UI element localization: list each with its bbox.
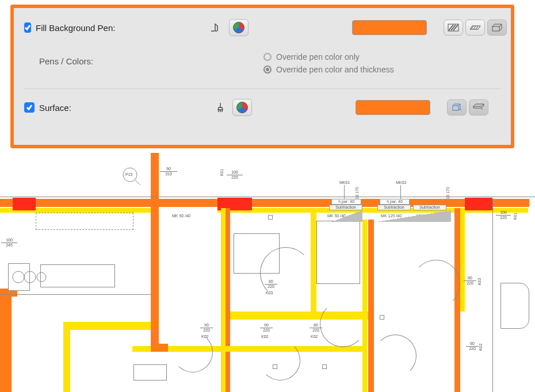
callout-label: P15 (125, 172, 132, 177)
door-id: K01 (513, 213, 518, 220)
color-wheel-icon (233, 22, 244, 33)
radio-icon (263, 53, 272, 61)
hatch-icon (448, 24, 459, 32)
window-label: MK 50 /40 (167, 214, 196, 218)
fill-background-pen-label: Fill Background Pen: (36, 23, 208, 33)
pens-colors-row: Pens / Colors: Override pen color only O… (24, 46, 500, 80)
override-color-only-label: Override pen color only (276, 52, 360, 62)
door-id: K03 (266, 291, 273, 295)
callout-icon (122, 167, 145, 190)
box-brush-icon (451, 103, 463, 112)
surface-top-icon (472, 103, 485, 112)
svg-point-2 (24, 271, 36, 283)
door-tag: 90220 (200, 323, 213, 332)
subtraction-label: Subtraction (413, 205, 446, 210)
door-tag: 90220 (260, 323, 273, 332)
hatch-3d-button[interactable] (465, 20, 485, 36)
door-tag: 80220 (309, 323, 322, 332)
hatch-3d-icon (469, 24, 482, 32)
window-marker: MK02 (396, 180, 406, 185)
surface-color-wheel-button[interactable] (232, 99, 252, 116)
door-tag: 100220 (496, 210, 511, 220)
surface-checkbox[interactable] (24, 102, 35, 113)
color-wheel-icon (236, 102, 248, 113)
hpar-label: h par: 40 (331, 199, 361, 205)
fill-background-pen-row: Fill Background Pen: (24, 15, 500, 40)
surface-row: Surface: (24, 95, 500, 120)
hatch-box-button[interactable] (487, 20, 507, 36)
door-tag: 80220 (466, 341, 479, 351)
override-color-thickness-label: Override pen color and thickness (276, 65, 394, 74)
override-settings-panel: Fill Background Pen: (10, 5, 514, 148)
hatch-diagonal-button[interactable] (444, 20, 463, 36)
door-id: K02 (261, 335, 268, 339)
surface-apply-box-button[interactable] (447, 99, 467, 116)
door-tag: 100220 (227, 170, 243, 179)
radio-checked-icon (263, 66, 272, 74)
door-id: K02 (201, 335, 208, 339)
window-marker: MK01 (339, 180, 350, 185)
override-color-only-option[interactable]: Override pen color only (263, 51, 394, 63)
surface-apply-top-button[interactable] (469, 99, 488, 116)
surface-label: Surface: (39, 103, 212, 113)
svg-point-3 (37, 272, 46, 282)
opening-dim: 100 245 (1, 238, 17, 247)
gap-dim: 19 170 (355, 187, 360, 199)
door-id: K03 (477, 278, 482, 285)
fill-background-pen-checkbox[interactable] (24, 22, 31, 33)
fill-bg-pen-color-swatch[interactable] (352, 20, 427, 35)
door-tag: 80220 (464, 276, 476, 285)
opening-dim: 90 310 (160, 167, 177, 176)
override-color-thickness-option[interactable]: Override pen color and thickness (263, 63, 394, 76)
fixture-icon (10, 266, 51, 289)
fill-bg-pen-color-wheel-button[interactable] (229, 19, 249, 36)
hpar-label: h par: 40 (380, 199, 410, 205)
subtraction-label: Subtraction (377, 205, 411, 210)
door-id: K02 (479, 344, 483, 351)
svg-point-1 (13, 271, 24, 283)
brush-icon[interactable] (212, 99, 229, 116)
separator (24, 89, 500, 89)
door-tag: 80220 (265, 279, 277, 289)
floorplan-canvas: P15 90 310 100 245 100220 K01 MK01 MK02 … (0, 151, 535, 392)
door-id: K02 (311, 335, 318, 339)
surface-color-swatch[interactable] (356, 100, 430, 115)
subtraction-label: Subtraction (329, 205, 362, 210)
pen-style-icon[interactable] (208, 19, 226, 36)
box-3d-icon (491, 23, 503, 32)
door-id: K01 (220, 169, 224, 176)
gap-dim: 19 170 (446, 187, 450, 199)
pens-colors-label: Pens / Colors: (39, 46, 212, 66)
